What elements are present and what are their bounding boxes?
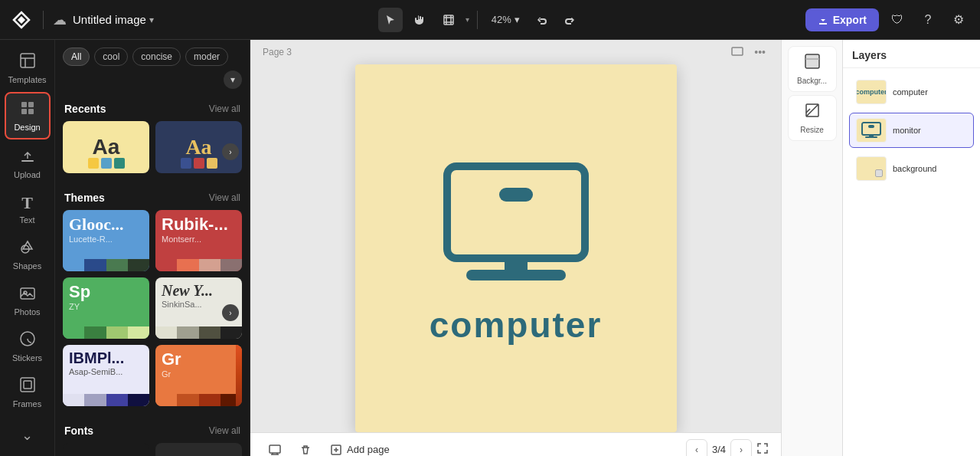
templates-icon xyxy=(19,52,36,73)
canvas-wrapper: computer xyxy=(250,64,781,432)
frame-tool[interactable] xyxy=(436,8,461,32)
theme-card-2[interactable]: Rubik-... Montserr... xyxy=(155,210,242,271)
upload-icon xyxy=(19,147,36,168)
layer-item-background[interactable]: background xyxy=(849,151,974,186)
canvas-bottombar: Add page ‹ 3/4 › xyxy=(250,432,781,456)
sidebar-more[interactable]: ⌄ xyxy=(5,421,51,450)
recents-next-btn[interactable]: › xyxy=(222,143,239,160)
background-button[interactable]: Backgr... xyxy=(788,46,837,92)
add-page-button[interactable]: Add page xyxy=(324,441,396,457)
more-icon: ⌄ xyxy=(21,427,33,444)
hand-tool[interactable] xyxy=(407,8,432,32)
theme-card-3[interactable]: Sp ZY xyxy=(63,277,149,339)
sidebar-item-design[interactable]: Design xyxy=(5,92,51,139)
left-panel: All cool concise moder ▾ Recents View al… xyxy=(55,40,250,456)
topbar-divider xyxy=(43,11,44,29)
fonts-title: Fonts xyxy=(64,425,93,437)
layer-thumb-monitor xyxy=(856,118,887,143)
doc-title[interactable]: Untitled image ▾ xyxy=(73,13,154,26)
cursor-tool[interactable] xyxy=(378,8,403,32)
export-button[interactable]: Export xyxy=(805,8,879,31)
recent-card-1[interactable]: Aa xyxy=(63,121,149,173)
sidebar-item-shapes[interactable]: Shapes xyxy=(5,232,51,277)
fonts-section-header: Fonts View all xyxy=(55,415,250,443)
frame-tool-arrow: ▾ xyxy=(466,15,469,24)
filter-more-btn[interactable]: ▾ xyxy=(224,71,242,89)
shield-icon-btn[interactable]: 🛡 xyxy=(885,8,910,32)
sidebar-item-photos[interactable]: Photos xyxy=(5,278,51,323)
filter-tab-concise[interactable]: concise xyxy=(132,48,181,66)
design-label: Design xyxy=(14,123,40,132)
sidebar-item-text[interactable]: T Text xyxy=(5,187,51,231)
main-content: Templates Design Upload T Text Shapes xyxy=(0,40,980,456)
theme-card-1[interactable]: Glooc... Lucette-R... xyxy=(63,210,149,271)
filter-tab-all[interactable]: All xyxy=(63,48,90,66)
center-divider xyxy=(477,11,478,29)
fullscreen-button[interactable] xyxy=(756,442,769,457)
settings-button[interactable]: ⚙ xyxy=(946,8,971,32)
page-counter: 3/4 xyxy=(712,444,726,455)
filter-tab-modern[interactable]: moder xyxy=(185,48,228,66)
background-icon xyxy=(804,53,821,74)
layers-header: Layers xyxy=(843,40,980,68)
theme-card-6[interactable]: Gr Gr xyxy=(155,345,242,406)
page-thumb-btn[interactable] xyxy=(728,44,746,61)
sidebar-item-upload[interactable]: Upload xyxy=(5,141,51,185)
stickers-icon xyxy=(19,330,36,351)
topbar: ☁ Untitled image ▾ ▾ 42% ▾ xyxy=(0,0,980,40)
fonts-view-all[interactable]: View all xyxy=(209,425,240,436)
text-icon: T xyxy=(21,193,33,213)
undo-button[interactable] xyxy=(531,8,555,32)
themes-view-all[interactable]: View all xyxy=(209,192,240,203)
sidebar-item-stickers[interactable]: Stickers xyxy=(5,324,51,369)
computer-illustration xyxy=(416,151,616,304)
svg-rect-20 xyxy=(805,54,819,68)
layer-item-computer-text[interactable]: computer computer xyxy=(849,74,974,110)
sidebar-item-frames[interactable]: Frames xyxy=(5,370,51,415)
templates-label: Templates xyxy=(8,75,46,84)
app-logo[interactable] xyxy=(9,8,34,32)
page-more-btn[interactable]: ••• xyxy=(751,44,769,61)
svg-rect-0 xyxy=(444,15,453,25)
upload-label: Upload xyxy=(14,170,41,179)
zoom-control[interactable]: 42% ▾ xyxy=(485,11,526,28)
next-page-button[interactable]: › xyxy=(730,439,752,457)
recents-section-header: Recents View all xyxy=(55,93,250,121)
svg-rect-6 xyxy=(21,160,34,162)
filter-tab-cool[interactable]: cool xyxy=(94,48,128,66)
themes-next-btn[interactable]: › xyxy=(222,304,239,321)
resize-button[interactable]: Resize xyxy=(788,95,837,141)
sidebar-item-templates[interactable]: Templates xyxy=(5,46,51,90)
svg-rect-10 xyxy=(21,378,34,392)
svg-rect-24 xyxy=(865,136,877,138)
theme-card-5[interactable]: IBMPl... Asap-SemiB... xyxy=(63,345,149,406)
recents-view-all[interactable]: View all xyxy=(209,103,240,114)
prev-page-button[interactable]: ‹ xyxy=(686,439,707,457)
svg-rect-2 xyxy=(21,102,27,107)
help-button[interactable]: ? xyxy=(916,8,940,32)
canvas-content[interactable]: computer xyxy=(355,64,677,432)
topbar-right: Export 🛡 ? ⚙ xyxy=(805,8,971,32)
delete-page-button[interactable] xyxy=(293,441,318,457)
design-icon xyxy=(19,100,36,120)
cloud-icon: ☁ xyxy=(53,11,67,28)
font-card-1[interactable]: Tenada-... Zocbel X-E... Stilu-Regular xyxy=(63,443,149,456)
resize-label: Resize xyxy=(800,126,824,134)
photos-label: Photos xyxy=(14,307,40,317)
font-card-2[interactable]: Glute... Baloo-Reg... HammersmithOn... xyxy=(155,443,242,456)
page-actions: ••• xyxy=(728,44,769,61)
layers-list: computer computer monitor xyxy=(843,68,980,192)
canvas-area: Page 3 ••• xyxy=(250,40,781,456)
text-label: Text xyxy=(19,215,34,225)
svg-rect-8 xyxy=(21,288,34,299)
resize-icon xyxy=(804,102,821,123)
recent-colors-1 xyxy=(88,158,125,169)
frames-icon xyxy=(19,376,36,397)
layer-item-monitor[interactable]: monitor xyxy=(849,113,974,148)
redo-button[interactable] xyxy=(557,8,581,32)
themes-grid: Glooc... Lucette-R... Rubik-... Montserr… xyxy=(55,210,250,415)
svg-rect-12 xyxy=(732,48,743,55)
canvas-toolbar: Page 3 ••• xyxy=(250,40,781,64)
undo-redo-group xyxy=(531,8,581,32)
present-button[interactable] xyxy=(263,441,287,457)
